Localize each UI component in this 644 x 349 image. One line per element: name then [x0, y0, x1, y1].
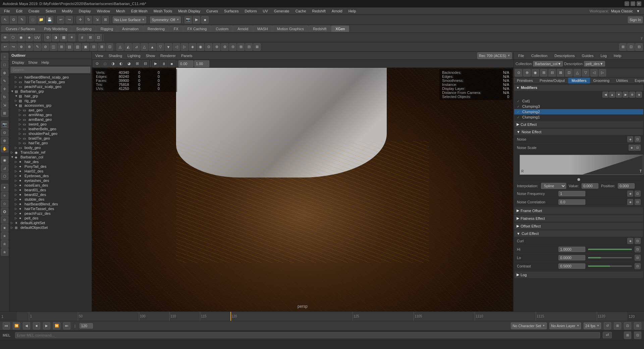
outliner-item-18[interactable]: ▷✦hair_des — [9, 159, 92, 164]
vp-menu-show[interactable]: Show — [144, 53, 157, 58]
transform-tool-fl[interactable]: ⊞ — [1, 109, 8, 117]
mel-input[interactable] — [15, 332, 600, 338]
no-anim-layer-dropdown[interactable]: No Anim Layer ▼ — [549, 322, 581, 329]
modifiers-section-header[interactable]: ▼ Modifiers — [514, 85, 643, 91]
material-btn[interactable]: ◑ — [52, 34, 59, 41]
t3[interactable]: ⊕ — [17, 43, 25, 51]
t11[interactable]: ▣ — [82, 43, 89, 51]
lasso-fl[interactable]: ⊿ — [1, 164, 8, 172]
vp-icon-8[interactable]: ▶ — [152, 60, 159, 67]
tab-rendering[interactable]: Rendering — [143, 26, 169, 32]
xgen3-fl[interactable]: ✩ — [1, 200, 8, 207]
pb-option-2[interactable]: ⊞ — [614, 322, 621, 330]
sel-mode-obj[interactable]: ○ — [1, 53, 8, 60]
grid-btn[interactable]: # — [78, 34, 86, 41]
sel-mode-snap[interactable]: ⊕ — [1, 69, 8, 77]
curl-contrast-input[interactable] — [558, 263, 585, 269]
t6[interactable]: ⊘ — [42, 43, 49, 51]
xgen-fl[interactable]: ✦ — [1, 184, 8, 191]
workspace-icon[interactable]: ⊞ — [619, 43, 627, 51]
menu-select[interactable]: Select — [43, 8, 59, 14]
xgen-icon-2[interactable]: ⊕ — [523, 69, 531, 77]
noise-effect-header[interactable]: ▼ Noise Effect — [514, 129, 643, 135]
outliner-item-19[interactable]: ▷✦PonyTail_des — [9, 164, 92, 169]
t4[interactable]: ⊗ — [25, 43, 33, 51]
noise-scale-graph[interactable]: R T — [520, 155, 643, 175]
pb-goto-end[interactable]: ⏭ — [63, 322, 70, 330]
scale-tool-fl[interactable]: ⇲ — [1, 101, 8, 109]
outliner-search-input[interactable] — [11, 67, 90, 73]
outliner-item-14[interactable]: ▷▭hairTie_geo — [9, 141, 92, 145]
xgen-subtab-preview[interactable]: Preview/Output — [536, 78, 568, 84]
outliner-item-27[interactable]: ▷✦hairBeardBlend_des — [9, 202, 92, 206]
outliner-item-25[interactable]: ▷✦beard02_des — [9, 192, 92, 197]
offset-effect-header[interactable]: ▶ Offset Effect — [514, 222, 643, 230]
curl-copy-btn[interactable]: ◈ — [627, 238, 633, 244]
outliner-show-menu[interactable]: Show — [27, 60, 39, 65]
outliner-item-30[interactable]: ▷✦pelt_des — [9, 216, 92, 220]
smooth-btn[interactable]: ◉ — [17, 34, 25, 41]
tab-fx[interactable]: FX — [169, 26, 183, 32]
maximize-button[interactable]: □ — [631, 1, 635, 6]
outliner-item-26[interactable]: ▷✦stubble_des — [9, 197, 92, 202]
scale-tool[interactable]: ⇲ — [93, 16, 101, 23]
t17[interactable]: ⊿ — [132, 43, 140, 51]
collection-select[interactable]: Barbarian_col▼ — [533, 61, 563, 66]
t22[interactable]: ◁ — [173, 43, 180, 51]
outliner-item-32[interactable]: ▷⊞defaultObjectSet — [9, 225, 92, 230]
tab-sculpting[interactable]: Sculpting — [72, 26, 96, 32]
value-input[interactable] — [582, 183, 598, 189]
t14[interactable]: ⊡ — [106, 43, 113, 51]
menu-mesh[interactable]: Mesh — [113, 8, 128, 14]
iso-btn[interactable]: ◈ — [25, 34, 33, 41]
menu-modify[interactable]: Modify — [59, 8, 75, 14]
xgen-subtab-modifiers[interactable]: Modifiers — [568, 78, 590, 84]
xgen-tab-collection[interactable]: Collection — [528, 53, 551, 59]
tab-fx-caching[interactable]: FX Caching — [183, 26, 211, 32]
tab-poly-modeling[interactable]: Poly Modeling — [40, 26, 71, 32]
modifier-clumping3[interactable]: ✓ Clumping3 — [514, 104, 643, 109]
interp-select[interactable]: Spline Linear Constant — [541, 183, 566, 189]
outliner-item-12[interactable]: ▷▭shoulderPad_geo — [9, 131, 92, 136]
undo-btn[interactable]: ↩ — [57, 16, 64, 23]
wireframe-btn[interactable]: ⬡ — [9, 34, 17, 41]
tab-mash[interactable]: MASH — [253, 26, 272, 32]
menu-generate[interactable]: Generate — [271, 8, 292, 14]
t2[interactable]: ↪ — [9, 43, 17, 51]
tab-motion-graphics[interactable]: Motion Graphics — [273, 26, 308, 32]
vp-menu-renderer[interactable]: Renderer — [158, 53, 178, 58]
curl-effect-header[interactable]: ▼ Curl Effect — [514, 230, 643, 237]
xgen-icon-1[interactable]: ⊙ — [515, 69, 522, 77]
pb-option-1[interactable]: ↺ — [604, 322, 611, 330]
tab-arnold[interactable]: Arnold — [233, 26, 253, 32]
outliner-item-21[interactable]: ▷✦Eyebrows_des — [9, 173, 92, 178]
uv-btn[interactable]: UV — [34, 34, 41, 41]
xgen-subtab-utilities[interactable]: Utilities — [613, 78, 631, 84]
outliner-item-13[interactable]: ▷▭braidTie_geo — [9, 136, 92, 141]
orbit-fl[interactable]: ⊙ — [1, 129, 8, 136]
tab-custom[interactable]: Custom — [211, 26, 233, 32]
curl-contrast-btn[interactable]: ⊡ — [635, 263, 641, 269]
noise-corr-paste-btn[interactable]: ⊡ — [635, 199, 641, 205]
xgen-icon-11[interactable]: ▷ — [599, 69, 606, 77]
close-button[interactable]: ✕ — [637, 1, 641, 6]
description-select[interactable]: pelt_des▼ — [584, 61, 605, 66]
bottom-icon-1[interactable]: ⊞ — [624, 332, 631, 339]
bottom-icon-2[interactable]: ⊡ — [634, 332, 641, 339]
xgen2-fl[interactable]: ✧ — [1, 192, 8, 199]
vp-icon-3[interactable]: ◑ — [109, 60, 117, 67]
xgen7-fl[interactable]: ✭ — [1, 232, 8, 240]
modifier-clumping1[interactable]: ✓ Clumping1 — [514, 114, 643, 120]
xgen8-fl[interactable]: ✮ — [1, 240, 8, 248]
pb-play-fwd[interactable]: ▶ — [43, 322, 50, 330]
live-surface-dropdown[interactable]: No Live Surface ▼ — [113, 16, 146, 23]
mod-nav-up[interactable]: ▲ — [609, 92, 615, 98]
move-tool[interactable]: ✛ — [76, 16, 84, 23]
pb-step-back[interactable]: ⏪ — [13, 322, 20, 330]
curl-hi-input[interactable] — [558, 247, 585, 252]
xgen-icon-4[interactable]: ⊞ — [540, 69, 547, 77]
xgen-icon-8[interactable]: △ — [574, 69, 581, 77]
menu-edit[interactable]: Edit — [13, 8, 25, 14]
camera-fl[interactable]: 📷 — [1, 121, 8, 128]
vp-val-field-2[interactable]: 1.00 — [194, 60, 209, 67]
